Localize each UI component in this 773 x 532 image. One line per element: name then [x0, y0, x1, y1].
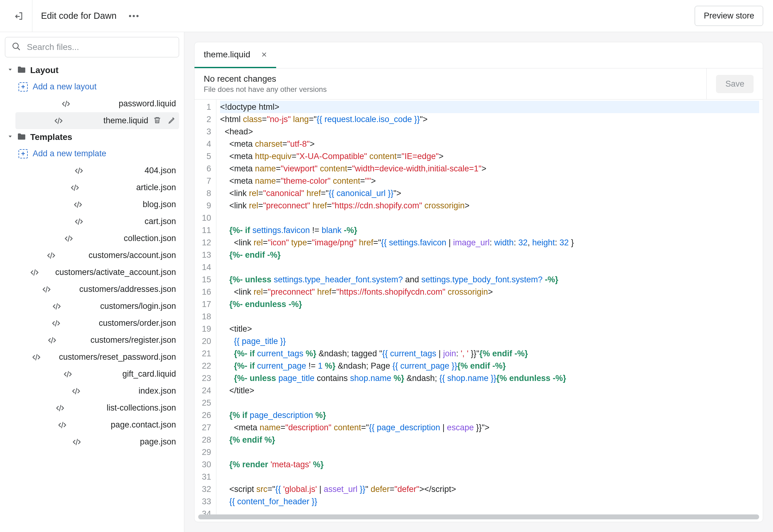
- code-line[interactable]: {%- if current_tags %} &ndash; tagged "{…: [220, 347, 759, 360]
- file-page-json[interactable]: page.json: [15, 433, 179, 450]
- code-line[interactable]: {%- unless page_title contains shop.name…: [220, 372, 759, 384]
- code-line[interactable]: <meta charset="utf-8">: [220, 138, 759, 150]
- file-blog-json[interactable]: blog.json: [15, 196, 179, 213]
- svg-line-10: [74, 185, 76, 191]
- file-label: page.json: [140, 437, 176, 447]
- code-line[interactable]: {{ page_title }}: [220, 335, 759, 347]
- back-button[interactable]: [10, 7, 27, 25]
- code-line[interactable]: <meta name="theme-color" content="">: [220, 175, 759, 187]
- delete-file[interactable]: [153, 116, 161, 125]
- code-line[interactable]: {{ content_for_header }}: [220, 495, 759, 508]
- code-line[interactable]: <link rel="preconnect" href="https://cdn…: [220, 199, 759, 212]
- file-collection-json[interactable]: collection.json: [15, 230, 179, 247]
- page-title: Edit code for Dawn: [41, 11, 117, 21]
- code-line[interactable]: [220, 508, 759, 514]
- rename-file[interactable]: [168, 116, 176, 125]
- file-list-collections-json[interactable]: list-collections.json: [15, 399, 179, 416]
- status-row: No recent changes File does not have any…: [194, 68, 763, 100]
- code-line[interactable]: <link rel="preconnect" href="https://fon…: [220, 286, 759, 298]
- code-line[interactable]: <script src="{{ 'global.js' | asset_url …: [220, 483, 759, 495]
- code-icon: [18, 99, 114, 108]
- file-index-json[interactable]: index.json: [15, 383, 179, 399]
- code-icon: [18, 387, 133, 396]
- code-line[interactable]: [220, 446, 759, 458]
- code-icon: [18, 268, 50, 277]
- file-customers-activate_account-json[interactable]: customers/activate_account.json: [15, 264, 179, 281]
- code-line[interactable]: [220, 261, 759, 273]
- file-theme-liquid[interactable]: theme.liquid: [15, 112, 179, 129]
- svg-line-5: [65, 101, 67, 107]
- file-customers-addresses-json[interactable]: customers/addresses.json: [15, 281, 179, 298]
- tab-close[interactable]: [261, 50, 267, 59]
- code-line[interactable]: {%- unless settings.type_header_font.sys…: [220, 273, 759, 286]
- code-line[interactable]: <html class="no-js" lang="{{ request.loc…: [220, 113, 759, 125]
- code-line[interactable]: <!doctype html>: [220, 101, 759, 113]
- horizontal-scrollbar[interactable]: [198, 514, 759, 519]
- file-label: article.json: [136, 183, 176, 192]
- preview-store-button[interactable]: Preview store: [695, 6, 763, 26]
- code-icon: [18, 285, 74, 294]
- folder-label: Layout: [30, 65, 59, 75]
- file-page-contact-json[interactable]: page.contact.json: [15, 416, 179, 433]
- code-area[interactable]: 1 2 3 4 5 6 7 8 9 10 11 12 13 14 15 16 1…: [194, 100, 763, 514]
- code[interactable]: <!doctype html><html class="no-js" lang=…: [216, 100, 763, 514]
- file-customers-login-json[interactable]: customers/login.json: [15, 298, 179, 315]
- more-button[interactable]: [128, 15, 140, 17]
- add-new-templates[interactable]: +Add a new template: [15, 145, 179, 162]
- code-line[interactable]: <meta name="viewport" content="width=dev…: [220, 162, 759, 175]
- code-line[interactable]: {% endif %}: [220, 434, 759, 446]
- add-new-layout[interactable]: +Add a new layout: [15, 78, 179, 95]
- folder-templates[interactable]: Templates: [5, 129, 179, 145]
- code-line[interactable]: <link rel="canonical" href="{{ canonical…: [220, 187, 759, 199]
- code-line[interactable]: <title>: [220, 323, 759, 335]
- code-icon: [18, 183, 131, 192]
- code-line[interactable]: [220, 397, 759, 409]
- code-line[interactable]: [220, 212, 759, 224]
- file-label: page.contact.json: [111, 420, 176, 430]
- file-label: index.json: [138, 386, 176, 396]
- file-customers-register-json[interactable]: customers/register.json: [15, 332, 179, 349]
- code-line[interactable]: {% render 'meta-tags' %}: [220, 458, 759, 471]
- file-customers-account-json[interactable]: customers/account.json: [15, 247, 179, 264]
- file-gift_card-liquid[interactable]: gift_card.liquid: [15, 366, 179, 383]
- code-line[interactable]: </title>: [220, 384, 759, 397]
- code-icon: [18, 336, 85, 345]
- file-label: gift_card.liquid: [122, 369, 176, 379]
- exit-icon: [14, 11, 23, 21]
- svg-line-23: [59, 405, 61, 411]
- code-line[interactable]: {%- if current_page != 1 %} &ndash; Page…: [220, 360, 759, 372]
- caret-icon: [7, 67, 13, 74]
- svg-line-11: [77, 202, 79, 208]
- file-label: customers/login.json: [100, 301, 176, 311]
- gutter: 1 2 3 4 5 6 7 8 9 10 11 12 13 14 15 16 1…: [194, 100, 216, 514]
- file-cart-json[interactable]: cart.json: [15, 213, 179, 230]
- file-label: list-collections.json: [107, 403, 176, 413]
- search-input[interactable]: [5, 37, 179, 57]
- tab-theme-liquid[interactable]: theme.liquid: [194, 42, 276, 68]
- status-sub: File does not have any other versions: [204, 85, 697, 94]
- file-password-liquid[interactable]: password.liquid: [15, 95, 179, 112]
- code-line[interactable]: <head>: [220, 125, 759, 138]
- code-line[interactable]: {%- if settings.favicon != blank -%}: [220, 224, 759, 236]
- folder-layout[interactable]: Layout: [5, 62, 179, 78]
- code-line[interactable]: [220, 310, 759, 323]
- code-line[interactable]: <meta name="description" content="{{ pag…: [220, 421, 759, 434]
- file-article-json[interactable]: article.json: [15, 179, 179, 196]
- add-icon: +: [18, 82, 28, 92]
- code-line[interactable]: <meta http-equiv="X-UA-Compatible" conte…: [220, 150, 759, 162]
- code-line[interactable]: <link rel="icon" type="image/png" href="…: [220, 236, 759, 249]
- code-line[interactable]: {%- endif -%}: [220, 249, 759, 261]
- file-customers-reset_password-json[interactable]: customers/reset_password.json: [15, 349, 179, 366]
- file-label: customers/reset_password.json: [59, 352, 176, 362]
- svg-line-21: [67, 371, 69, 377]
- code-icon: [18, 319, 94, 328]
- code-line[interactable]: [220, 471, 759, 483]
- svg-line-4: [18, 48, 20, 50]
- svg-line-25: [76, 439, 77, 445]
- add-icon: +: [18, 149, 28, 158]
- save-button[interactable]: Save: [716, 75, 754, 93]
- file-404-json[interactable]: 404.json: [15, 162, 179, 179]
- code-line[interactable]: {%- endunless -%}: [220, 298, 759, 310]
- file-customers-order-json[interactable]: customers/order.json: [15, 315, 179, 332]
- code-line[interactable]: {% if page_description %}: [220, 409, 759, 421]
